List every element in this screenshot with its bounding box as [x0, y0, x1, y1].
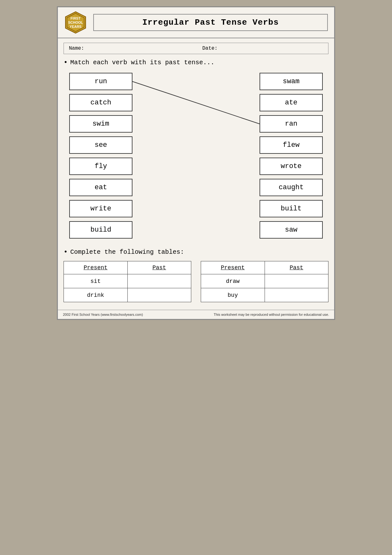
- logo-line3: YEARS: [70, 25, 82, 28]
- table1-row2-past[interactable]: [127, 288, 191, 302]
- date-label: Date:: [202, 46, 217, 51]
- bullet-2: •: [64, 248, 68, 256]
- verb-box-swim: swim: [69, 115, 132, 133]
- verb-box-eat: eat: [69, 179, 132, 196]
- table-row: sit: [64, 274, 191, 288]
- table2-col1-header: Present: [201, 261, 265, 274]
- verb-box-built: built: [260, 200, 323, 217]
- logo: FIRST SCHOOL YEARS: [64, 11, 87, 34]
- verb-box-run: run: [69, 73, 132, 90]
- table2-row2-present: buy: [201, 288, 265, 302]
- table1-row1-past[interactable]: [127, 274, 191, 288]
- table2-col2-header: Past: [265, 261, 328, 274]
- verb-box-fly: fly: [69, 158, 132, 175]
- page-title: Irregular Past Tense Verbs: [97, 18, 324, 27]
- tables-section: • Complete the following tables: Present…: [64, 248, 328, 302]
- matching-area: run catch swim see fly eat write build s…: [69, 73, 323, 239]
- table2-row1-present: draw: [201, 274, 265, 288]
- table-1: Present Past sit drink: [64, 261, 191, 302]
- name-label: Name:: [69, 46, 84, 51]
- table-row: draw: [201, 274, 328, 288]
- complete-text: Complete the following tables:: [70, 248, 184, 256]
- table2-row2-past[interactable]: [265, 288, 328, 302]
- table1-row2-present: drink: [64, 288, 128, 302]
- right-column: swam ate ran flew wrote caught built saw: [260, 73, 323, 239]
- table2-row1-past[interactable]: [265, 274, 328, 288]
- verb-box-ran: ran: [260, 115, 323, 133]
- verb-box-write: write: [69, 200, 132, 217]
- table1-row1-present: sit: [64, 274, 128, 288]
- verb-box-build: build: [69, 221, 132, 239]
- verb-box-swam: swam: [260, 73, 323, 90]
- verb-box-flew: flew: [260, 136, 323, 154]
- verb-box-wrote: wrote: [260, 158, 323, 175]
- footer: 2002 First School Years (www.firstschool…: [58, 310, 334, 319]
- match-text: Match each verb with its past tense...: [70, 59, 214, 66]
- footer-right: This worksheet may be reproduced without…: [214, 313, 329, 316]
- table1-col1-header: Present: [64, 261, 128, 274]
- header: FIRST SCHOOL YEARS Irregular Past Tense …: [58, 7, 334, 38]
- page: FIRST SCHOOL YEARS Irregular Past Tense …: [57, 6, 335, 320]
- table-row: drink: [64, 288, 191, 302]
- tables-instruction: • Complete the following tables:: [64, 248, 328, 256]
- table1-col2-header: Past: [127, 261, 191, 274]
- name-section: Name:: [69, 46, 190, 51]
- verb-box-ate: ate: [260, 94, 323, 111]
- verb-box-caught: caught: [260, 179, 323, 196]
- matching-wrapper: run catch swim see fly eat write build s…: [64, 73, 328, 239]
- verb-box-see: see: [69, 136, 132, 154]
- logo-line2: SCHOOL: [68, 21, 83, 24]
- logo-line1: FIRST: [70, 16, 81, 20]
- bullet-1: •: [64, 59, 68, 66]
- verb-box-catch: catch: [69, 94, 132, 111]
- table-row: buy: [201, 288, 328, 302]
- title-box: Irregular Past Tense Verbs: [93, 14, 328, 31]
- verb-box-saw: saw: [260, 221, 323, 239]
- table-2: Present Past draw buy: [201, 261, 328, 302]
- left-column: run catch swim see fly eat write build: [69, 73, 132, 239]
- footer-left: 2002 First School Years (www.firstschool…: [63, 313, 143, 316]
- name-date-row: Name: Date:: [64, 43, 328, 54]
- date-section: Date:: [190, 46, 323, 51]
- match-instruction: • Match each verb with its past tense...: [64, 59, 328, 66]
- tables-row: Present Past sit drink: [64, 261, 328, 302]
